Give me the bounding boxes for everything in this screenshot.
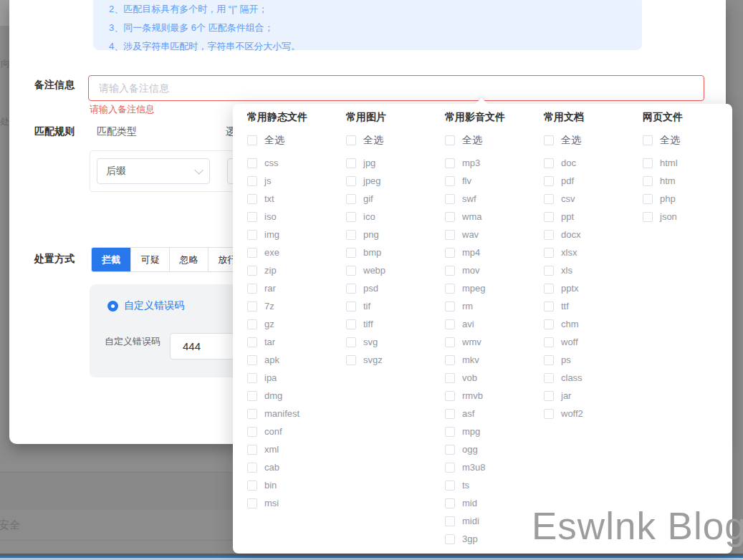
checkbox-icon[interactable] [445,337,455,347]
extension-row[interactable]: txt [247,190,346,208]
select-all-row[interactable]: 全选 [247,130,346,151]
extension-row[interactable]: htm [643,172,742,190]
select-all-row[interactable]: 全选 [643,130,742,151]
extension-row[interactable]: ppt [544,208,643,226]
extension-row[interactable]: rmvb [445,387,544,405]
extension-row[interactable]: chm [544,315,643,333]
checkbox-icon[interactable] [445,266,455,276]
checkbox-icon[interactable] [445,176,455,186]
checkbox-icon[interactable] [346,176,356,186]
checkbox-icon[interactable] [544,230,554,240]
checkbox-icon[interactable] [247,498,257,508]
extension-row[interactable]: ps [544,351,643,369]
checkbox-icon[interactable] [544,337,554,347]
extension-row[interactable]: tif [346,297,445,315]
checkbox-icon[interactable] [247,427,257,437]
extension-row[interactable]: mp3 [445,154,544,172]
extension-row[interactable]: jpg [346,154,445,172]
checkbox-icon[interactable] [544,158,554,168]
checkbox-icon[interactable] [445,373,455,383]
extension-row[interactable]: pptx [544,279,643,297]
checkbox-icon[interactable] [346,230,356,240]
extension-row[interactable]: zip [247,261,346,279]
checkbox-icon[interactable] [544,391,554,401]
checkbox-icon[interactable] [544,409,554,419]
checkbox-icon[interactable] [544,194,554,204]
checkbox-icon[interactable] [247,337,257,347]
checkbox-icon[interactable] [445,301,455,312]
extension-row[interactable]: midi [445,512,544,530]
extension-row[interactable]: bin [247,476,346,494]
extension-row[interactable]: js [247,172,346,190]
checkbox-icon[interactable] [643,212,653,222]
extension-row[interactable]: ico [346,208,445,226]
checkbox-icon[interactable] [445,445,455,455]
extension-row[interactable]: svg [346,333,445,351]
checkbox-icon[interactable] [247,158,257,168]
extension-row[interactable]: pdf [544,172,643,190]
checkbox-icon[interactable] [247,445,257,455]
extension-row[interactable]: apk [247,351,346,369]
checkbox-icon[interactable] [247,409,257,419]
extension-row[interactable]: exe [247,243,346,261]
checkbox-icon[interactable] [247,212,257,222]
custom-error-code-radio-label[interactable]: 自定义错误码 [124,299,184,312]
checkbox-icon[interactable] [346,301,356,312]
checkbox-icon[interactable] [643,135,653,145]
checkbox-icon[interactable] [445,534,455,544]
checkbox-icon[interactable] [445,194,455,204]
checkbox-icon[interactable] [247,135,257,145]
tab-ignore[interactable]: 忽略 [169,248,208,271]
select-all-row[interactable]: 全选 [346,130,445,151]
checkbox-icon[interactable] [445,284,455,294]
checkbox-icon[interactable] [445,391,455,401]
checkbox-icon[interactable] [346,212,356,222]
extension-row[interactable]: woff [544,333,643,351]
extension-row[interactable]: ttf [544,297,643,315]
extension-row[interactable]: jar [544,387,643,405]
checkbox-icon[interactable] [544,266,554,276]
checkbox-icon[interactable] [445,427,455,437]
extension-row[interactable]: gz [247,315,346,333]
extension-row[interactable]: xlsx [544,243,643,261]
checkbox-icon[interactable] [247,391,257,401]
extension-row[interactable]: ipa [247,369,346,387]
checkbox-icon[interactable] [346,158,356,168]
extension-row[interactable]: mpg [445,423,544,440]
checkbox-icon[interactable] [247,284,257,294]
checkbox-icon[interactable] [346,266,356,276]
checkbox-icon[interactable] [247,463,257,473]
radio-selected-icon[interactable] [107,301,118,312]
extension-row[interactable]: dmg [247,387,346,405]
checkbox-icon[interactable] [247,319,257,329]
checkbox-icon[interactable] [445,463,455,473]
checkbox-icon[interactable] [445,248,455,258]
checkbox-icon[interactable] [346,355,356,365]
extension-row[interactable]: webp [346,261,445,279]
extension-row[interactable]: mp4 [445,243,544,261]
checkbox-icon[interactable] [346,248,356,258]
extension-row[interactable]: avi [445,315,544,333]
select-all-row[interactable]: 全选 [445,130,544,151]
checkbox-icon[interactable] [247,176,257,186]
checkbox-icon[interactable] [544,355,554,365]
checkbox-icon[interactable] [544,284,554,294]
checkbox-icon[interactable] [346,194,356,204]
checkbox-icon[interactable] [445,409,455,419]
extension-row[interactable]: docx [544,226,643,243]
checkbox-icon[interactable] [346,135,356,145]
checkbox-icon[interactable] [247,481,257,491]
extension-row[interactable]: png [346,226,445,243]
extension-row[interactable]: ts [445,476,544,494]
remark-input[interactable] [88,75,704,101]
checkbox-icon[interactable] [247,194,257,204]
extension-row[interactable]: m3u8 [445,458,544,476]
extension-row[interactable]: msi [247,494,346,512]
checkbox-icon[interactable] [445,481,455,491]
extension-row[interactable]: mov [445,261,544,279]
extension-row[interactable]: rar [247,279,346,297]
tab-suspicious[interactable]: 可疑 [130,248,169,271]
extension-row[interactable]: csv [544,190,643,208]
extension-row[interactable]: rm [445,297,544,315]
extension-row[interactable]: mkv [445,351,544,369]
